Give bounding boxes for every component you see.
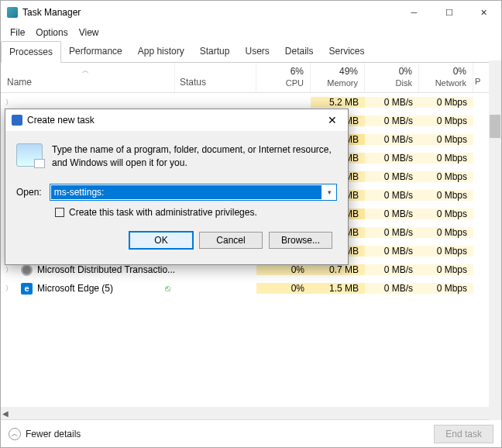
process-name: Microsoft Distributed Transactio... (37, 264, 175, 275)
dialog-titlebar: Create new task ✕ (5, 109, 348, 131)
col-memory[interactable]: 49%Memory (311, 63, 365, 92)
scrollbar-thumb[interactable] (490, 115, 500, 138)
process-name: Microsoft Edge (5) (37, 283, 113, 294)
tab-processes[interactable]: Processes (1, 41, 61, 63)
tab-services[interactable]: Services (321, 41, 373, 62)
col-status[interactable]: Status (175, 63, 256, 92)
tab-details[interactable]: Details (277, 41, 321, 62)
admin-label: Create this task with administrative pri… (69, 207, 257, 218)
fewer-details-button[interactable]: ︿ Fewer details (9, 428, 81, 440)
chevron-down-icon[interactable]: ▾ (322, 188, 336, 196)
menu-options[interactable]: Options (31, 26, 72, 40)
close-button[interactable]: ✕ (466, 1, 501, 24)
expand-icon[interactable]: 〉 (5, 265, 12, 275)
browse-button[interactable]: Browse... (269, 232, 332, 249)
open-label: Open: (16, 187, 42, 198)
run-dialog-icon (12, 115, 22, 126)
col-cpu[interactable]: 6%CPU (256, 63, 311, 92)
dialog-close-button[interactable]: ✕ (323, 112, 342, 128)
cancel-button[interactable]: Cancel (199, 232, 263, 249)
menu-file[interactable]: File (5, 26, 29, 40)
create-new-task-dialog: Create new task ✕ Type the name of a pro… (5, 109, 349, 265)
col-network[interactable]: 0%Network (419, 63, 473, 92)
dialog-title: Create new task (27, 115, 95, 126)
menu-view[interactable]: View (74, 26, 104, 40)
h-scrollbar[interactable]: ◀▶ (1, 407, 501, 419)
tab-users[interactable]: Users (237, 41, 277, 62)
open-input[interactable] (51, 185, 321, 199)
titlebar: Task Manager ─ ☐ ✕ (1, 1, 501, 24)
v-scrollbar[interactable] (489, 60, 501, 420)
maximize-button[interactable]: ☐ (432, 1, 466, 24)
task-manager-icon (7, 7, 18, 18)
tabs: Processes Performance App history Startu… (1, 41, 501, 63)
ok-button[interactable]: OK (129, 232, 193, 249)
run-icon (16, 143, 43, 167)
tab-startup[interactable]: Startup (192, 41, 238, 62)
expand-icon[interactable]: 〉 (5, 284, 12, 294)
minimize-button[interactable]: ─ (397, 1, 432, 24)
column-headers: ︿ Name Status 6%CPU 49%Memory 0%Disk 0%N… (1, 63, 501, 93)
dialog-description: Type the name of a program, folder, docu… (52, 143, 337, 170)
edge-icon: e (21, 283, 33, 295)
expand-icon[interactable]: 〉 (5, 98, 12, 108)
sort-indicator-icon: ︿ (82, 66, 89, 76)
table-row[interactable]: 〉eMicrosoft Edge (5)⎋0%1.5 MB0 MB/s0 Mbp… (1, 279, 501, 298)
eco-mode-icon: ⎋ (165, 283, 170, 294)
admin-checkbox[interactable] (55, 208, 64, 217)
service-icon (21, 264, 33, 276)
end-task-button[interactable]: End task (434, 425, 493, 443)
chevron-up-icon: ︿ (9, 428, 21, 440)
open-combobox[interactable]: ▾ (50, 184, 337, 201)
window-title: Task Manager (22, 7, 81, 18)
col-disk[interactable]: 0%Disk (365, 63, 419, 92)
col-overflow[interactable]: P (473, 63, 486, 92)
tab-performance[interactable]: Performance (61, 41, 130, 62)
tab-app-history[interactable]: App history (130, 41, 192, 62)
footer: ︿ Fewer details End task (1, 419, 501, 447)
menubar: File Options View (1, 24, 501, 41)
